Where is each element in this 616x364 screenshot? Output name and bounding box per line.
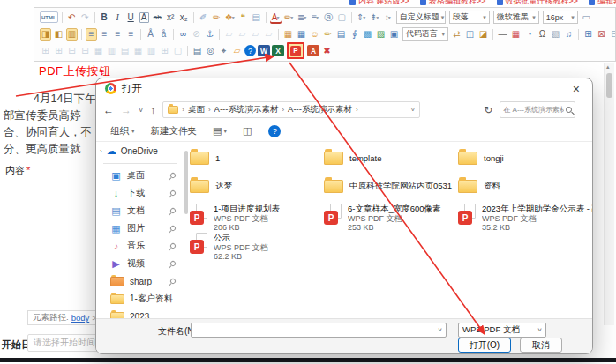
image-typeset-icon[interactable]: ▥ <box>66 28 78 41</box>
file-item[interactable]: P1-项目进度规划表WPS PDF 文档206 KB <box>190 204 324 232</box>
breadcrumb-item[interactable]: A---系统演示素材 <box>288 104 352 115</box>
filename-input[interactable]: ˅ <box>191 323 447 338</box>
strikethrough-icon[interactable]: ab <box>152 11 163 24</box>
sidebar-item[interactable]: sharp <box>96 272 184 290</box>
save-draft-icon[interactable]: ▱ <box>231 45 243 57</box>
align-right-icon[interactable]: ≡ <box>112 28 124 41</box>
underline-icon[interactable]: U <box>125 11 137 24</box>
view-mode-button[interactable]: ▤▾ <box>213 125 227 137</box>
auto-typeset-icon[interactable]: ⓐ <box>323 11 334 24</box>
insert-audio-icon[interactable]: ♫ <box>563 28 575 41</box>
word-import-icon[interactable]: W <box>258 45 270 56</box>
delete-col-icon[interactable]: ⊟ <box>79 45 91 57</box>
back-button[interactable]: ← <box>103 104 114 116</box>
code-block-icon[interactable]: ▣ <box>388 28 400 41</box>
code-language-select[interactable]: 代码语言▾ <box>402 27 448 41</box>
unordered-list-icon[interactable]: ≡▾ <box>310 11 321 24</box>
sidebar-item[interactable]: 1-客户资料 <box>96 290 184 308</box>
merge-cells-icon[interactable]: ▦ <box>93 45 104 57</box>
split-rows-icon[interactable]: ▦ <box>132 45 144 57</box>
snapshot-icon[interactable]: ◪ <box>477 28 489 41</box>
case-upper-icon[interactable]: Å <box>145 28 156 41</box>
folder-item[interactable]: 资料 <box>458 175 590 197</box>
file-type-select[interactable]: WPS PDF 文档˅ <box>458 323 546 338</box>
align-justify-icon[interactable]: ≡ <box>125 28 137 41</box>
border-option-icon-1[interactable]: ▱ <box>223 28 235 41</box>
refresh-button[interactable]: ↻ <box>484 104 492 116</box>
scrawl-icon[interactable]: ✏ <box>322 28 334 41</box>
paste-filter-icon[interactable]: ▤ <box>251 11 262 24</box>
scrollbar-thumb[interactable] <box>606 73 612 98</box>
formula-icon[interactable]: ▧ <box>550 28 561 41</box>
font-family-select[interactable]: 微软雅黑▾ <box>493 11 539 24</box>
border-option-icon-3[interactable]: ▱ <box>250 28 261 41</box>
excel-import-icon[interactable]: X <box>272 45 284 56</box>
paragraph-spacing-icon[interactable]: ⇟▾ <box>369 11 380 24</box>
insert-time-icon[interactable]: ◔ <box>523 28 535 41</box>
forward-button[interactable]: → <box>121 104 131 116</box>
search-replace-icon[interactable]: ⌖ <box>218 45 229 57</box>
insert-row-icon[interactable]: ⊞ <box>40 45 51 57</box>
help-icon[interactable]: ? <box>244 45 256 56</box>
indent-paragraph-icon[interactable]: ◨ <box>40 28 51 41</box>
paragraph-format-select[interactable]: 段落▾ <box>449 11 490 24</box>
font-size-select[interactable]: 16px▾ <box>543 11 578 24</box>
fullscreen-icon[interactable]: ▭ <box>581 11 592 24</box>
special-chars-icon[interactable]: Ω <box>537 28 548 41</box>
sidebar-scrollbar[interactable] <box>184 151 188 214</box>
breadcrumb-item[interactable]: A---系统演示素材 <box>214 104 279 115</box>
blockquote-icon[interactable]: ❝ <box>237 11 249 24</box>
format-brush-icon[interactable]: ✏ <box>211 11 222 24</box>
sidebar-item[interactable]: ▣桌面 <box>96 167 184 184</box>
undo-icon[interactable]: ↶ <box>66 11 78 24</box>
border-option-icon-4[interactable]: ▱ <box>263 28 274 41</box>
new-folder-button[interactable]: 新建文件夹 <box>151 125 198 137</box>
search-input[interactable]: 在 A---系统演示素材 中搜索 <box>500 101 575 118</box>
superscript-icon[interactable]: x² <box>165 11 177 24</box>
breadcrumb[interactable]: ›桌面›A---系统演示素材›A---系统演示素材›˅ <box>162 101 420 118</box>
image-text-icon[interactable]: ▩ <box>362 28 373 41</box>
eraser-icon[interactable]: ✐ <box>198 11 209 24</box>
redo-icon[interactable]: ↷ <box>79 11 91 24</box>
help-link[interactable]: 表格编辑教程>> <box>420 0 486 7</box>
border-a-icon[interactable]: A <box>139 11 150 24</box>
horizontal-rule-icon[interactable]: — <box>497 28 508 41</box>
file-item[interactable]: P6-文章样本_宽度600像素WPS PDF 文档253 KB <box>324 204 458 232</box>
help-link[interactable]: 数据批量迁移教程>> <box>497 0 579 7</box>
table-title-icon[interactable]: ⊟ <box>609 28 615 41</box>
sidebar-item[interactable]: ♪音乐 <box>96 237 184 255</box>
bold-icon[interactable]: B <box>99 11 110 24</box>
html-source-icon[interactable]: HTML <box>40 11 58 23</box>
merge-right-icon[interactable]: ▥ <box>106 45 117 57</box>
scratchpad-icon[interactable]: ⇄ <box>451 28 462 41</box>
clear-content-icon[interactable]: ✖ <box>321 45 333 57</box>
breadcrumb-item[interactable]: 桌面 <box>188 104 205 115</box>
sidebar-item[interactable]: ▦图片 <box>96 219 184 237</box>
chevron-down-icon[interactable]: ˅ <box>411 106 416 114</box>
open-button[interactable]: 打开(O) <box>458 338 511 353</box>
split-cols-icon[interactable]: ▥ <box>146 45 157 57</box>
clear-format-icon[interactable]: ❖▾ <box>224 11 236 24</box>
line-height-icon[interactable]: ⇕▾ <box>356 11 367 24</box>
subscript-icon[interactable]: x₂ <box>178 11 190 24</box>
italic-icon[interactable]: I <box>112 11 124 24</box>
recent-locations-button[interactable]: ˅ <box>139 106 143 115</box>
unlink-icon[interactable]: ⊘ <box>191 28 202 41</box>
sidebar-item-onedrive[interactable]: ›☁OneDrive <box>96 142 184 160</box>
table-props-icon[interactable]: ⊞ <box>159 45 170 57</box>
pdf-upload-button[interactable]: P <box>287 42 304 59</box>
help-link[interactable]: 内容 建站版>> <box>349 0 409 7</box>
attachment-icon[interactable]: ∮ <box>349 28 360 41</box>
align-left-icon[interactable]: ≡ <box>86 28 97 41</box>
folder-item[interactable]: 1 <box>190 147 322 168</box>
preview-pane-button[interactable]: ◫ <box>243 125 252 137</box>
insert-table-icon[interactable]: ⊞ <box>582 28 594 41</box>
ordered-list-icon[interactable]: ≣▾ <box>297 11 308 24</box>
sidebar-item[interactable]: 2023… <box>96 308 184 318</box>
cancel-button[interactable]: 取消 <box>520 338 562 353</box>
sidebar-item[interactable]: ▶视频 <box>96 255 184 272</box>
sidebar-item[interactable]: ↓下载 <box>96 184 184 202</box>
sidebar-item[interactable]: ▤文档 <box>96 202 184 219</box>
folder-item[interactable]: tongji <box>458 147 590 168</box>
folder-item[interactable]: template <box>324 147 456 168</box>
